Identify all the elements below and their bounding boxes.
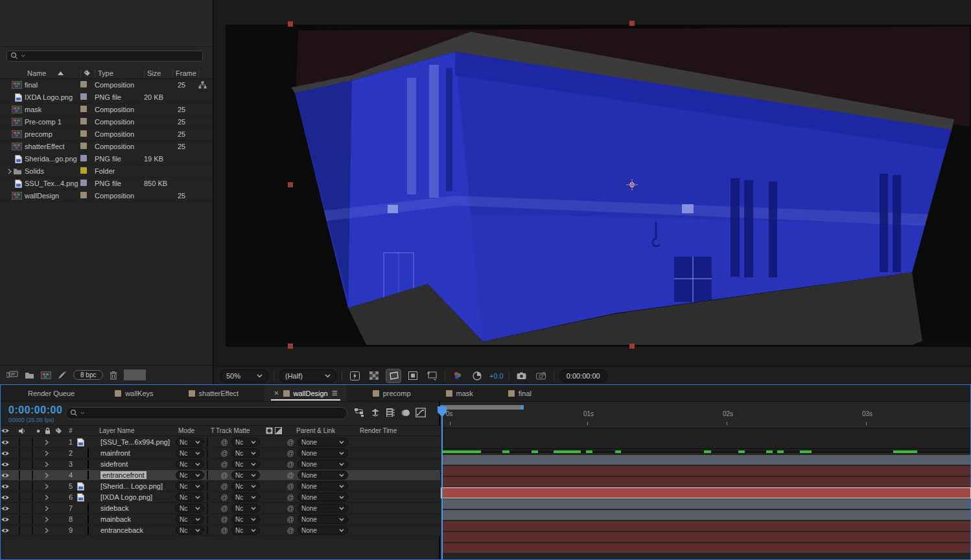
item-name[interactable]: SSU_Tex...4.png: [25, 180, 80, 187]
close-tab-icon[interactable]: ✕: [274, 390, 279, 397]
layer-expand-chevron[interactable]: [45, 495, 55, 500]
layer-duration-bar[interactable]: [441, 466, 970, 476]
item-name[interactable]: Sherida...go.png: [25, 155, 80, 163]
parent-pickwhip-icon[interactable]: @: [285, 460, 296, 468]
track-matte-pickwhip-icon[interactable]: @: [218, 482, 230, 490]
track-matte-pickwhip-icon[interactable]: @: [218, 493, 230, 501]
column-name[interactable]: Name: [25, 69, 80, 77]
parent-link-dropdown[interactable]: None: [298, 526, 348, 535]
tab-render-queue[interactable]: Render Queue: [19, 385, 84, 401]
layer-row-mainfront[interactable]: 2mainfrontNc@Nc@None: [1, 448, 440, 459]
track-matte-pickwhip-icon[interactable]: @: [218, 504, 230, 512]
mask-visibility-button[interactable]: [406, 369, 420, 382]
preserve-transparency-toggle[interactable]: [207, 526, 218, 534]
track-matte-column-header[interactable]: Track Matte: [216, 427, 263, 434]
item-name[interactable]: mask: [25, 106, 80, 113]
item-name[interactable]: precomp: [25, 130, 80, 138]
layer-name[interactable]: sidefront: [99, 460, 174, 468]
column-size[interactable]: Size: [144, 69, 172, 77]
preserve-transparency-toggle[interactable]: [207, 460, 218, 468]
preserve-transparency-toggle[interactable]: [207, 438, 218, 446]
video-toggle[interactable]: [1, 506, 19, 511]
item-name[interactable]: final: [25, 81, 80, 89]
track-matte-pickwhip-icon[interactable]: @: [218, 471, 230, 479]
track-matte-dropdown[interactable]: Nc: [231, 460, 260, 469]
parent-link-dropdown[interactable]: None: [298, 504, 348, 513]
solid-color-swatch[interactable]: [88, 471, 89, 480]
preserve-transparency-toggle[interactable]: [207, 504, 218, 512]
trash-icon[interactable]: [110, 371, 117, 380]
preserve-transparency-toggle[interactable]: [207, 471, 218, 479]
project-search-input[interactable]: [6, 51, 203, 62]
project-item-row[interactable]: SSU_Tex...4.pngPNG file850 KB: [0, 178, 213, 190]
layer-name[interactable]: mainfront: [99, 449, 174, 457]
layer-duration-bar[interactable]: [441, 499, 970, 509]
item-name[interactable]: IXDA Logo.png: [25, 93, 80, 101]
parent-pickwhip-icon[interactable]: @: [285, 482, 296, 490]
column-label[interactable]: [80, 69, 95, 77]
solo-toggle[interactable]: [32, 526, 45, 534]
preserve-transparency-toggle[interactable]: [207, 482, 218, 490]
transparency-grid-button[interactable]: [367, 369, 381, 382]
column-frame-rate[interactable]: Frame Ra..: [172, 69, 198, 77]
track-matte-pickwhip-icon[interactable]: @: [218, 438, 230, 446]
layer-row--IXDA-Logo-png-[interactable]: 6[IXDA Logo.png]Nc@Nc@None: [1, 492, 440, 503]
layer-row-sidefront[interactable]: 3sidefrontNc@Nc@None: [1, 459, 440, 470]
graph-editor-icon[interactable]: [415, 408, 426, 417]
quill-icon[interactable]: [58, 371, 67, 379]
audio-toggle[interactable]: [19, 515, 32, 523]
viewer-timecode[interactable]: 0:00:00:00: [559, 369, 607, 382]
selection-handle[interactable]: [288, 182, 293, 187]
layer-duration-bar[interactable]: [441, 455, 970, 465]
layer-name[interactable]: mainback: [99, 515, 174, 523]
parent-pickwhip-icon[interactable]: @: [285, 526, 296, 534]
track-matte-pickwhip-icon[interactable]: @: [218, 526, 230, 534]
tab-mask[interactable]: mask: [437, 385, 482, 401]
layer-expand-chevron[interactable]: [45, 528, 55, 533]
mode-dropdown[interactable]: Nc: [176, 515, 204, 524]
audio-toggle[interactable]: [19, 526, 32, 534]
guides-grid-options-button[interactable]: [425, 369, 439, 382]
resolution-dropdown[interactable]: (Half): [279, 369, 336, 382]
layer-row--Sherid-Logo-png-[interactable]: 5[Sherid... Logo.png]Nc@Nc@None: [1, 481, 440, 492]
parent-pickwhip-icon[interactable]: @: [285, 438, 296, 446]
video-toggle[interactable]: [1, 472, 19, 478]
take-snapshot-button[interactable]: [515, 369, 529, 382]
solo-toggle[interactable]: [32, 438, 45, 446]
track-matte-pickwhip-icon[interactable]: @: [218, 515, 230, 523]
render-time-column-header[interactable]: Render Time: [351, 427, 440, 434]
work-area-bar[interactable]: [440, 405, 524, 410]
layer-expand-chevron[interactable]: [45, 506, 55, 511]
bit-depth-button[interactable]: 8 bpc: [73, 370, 103, 380]
project-item-row[interactable]: wallDesignComposition25: [0, 190, 213, 202]
item-label-chip[interactable]: [80, 155, 95, 163]
audio-toggle[interactable]: [19, 493, 32, 501]
playhead-line[interactable]: [441, 407, 443, 559]
layer-duration-bar[interactable]: [441, 532, 970, 542]
project-item-row[interactable]: shatterEffectComposition25: [0, 141, 213, 153]
tab-shattereffect[interactable]: shatterEffect: [180, 385, 248, 401]
composition-canvas[interactable]: [215, 0, 971, 366]
parent-link-dropdown[interactable]: None: [298, 482, 348, 491]
layer-name[interactable]: [IXDA Logo.png]: [99, 493, 174, 501]
track-matte-dropdown[interactable]: Nc: [231, 515, 260, 524]
solid-color-swatch[interactable]: [88, 504, 89, 513]
layer-expand-chevron[interactable]: [45, 439, 55, 445]
layer-expand-chevron[interactable]: [45, 461, 55, 467]
selection-handle[interactable]: [629, 21, 635, 26]
layer-expand-chevron[interactable]: [45, 517, 55, 522]
composition-marker-strip[interactable]: [441, 428, 970, 449]
item-label-chip[interactable]: [80, 143, 95, 150]
layer-duration-bar[interactable]: [441, 521, 970, 531]
video-toggle[interactable]: [1, 517, 19, 522]
item-label-chip[interactable]: [80, 192, 95, 200]
exposure-value[interactable]: +0.0: [489, 372, 504, 380]
item-name[interactable]: Pre-comp 1: [25, 118, 80, 126]
parent-link-dropdown[interactable]: None: [298, 515, 348, 524]
tab-final[interactable]: final: [499, 385, 541, 401]
project-item-row[interactable]: IXDA Logo.pngPNG file20 KB: [0, 91, 213, 104]
project-item-row[interactable]: maskComposition25: [0, 104, 213, 116]
layer-row-entranceback[interactable]: 9entrancebackNc@Nc@None: [1, 525, 440, 536]
mode-dropdown[interactable]: Nc: [176, 460, 204, 469]
layer-expand-chevron[interactable]: [45, 484, 55, 489]
